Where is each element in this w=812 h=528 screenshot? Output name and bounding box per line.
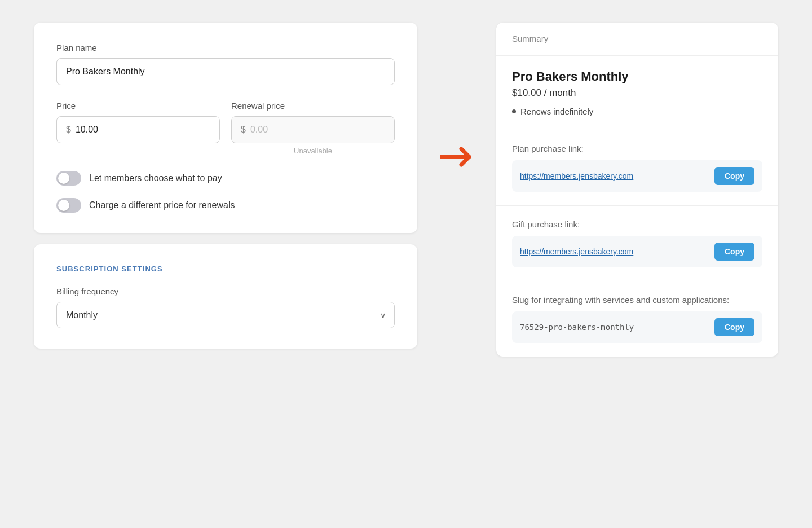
billing-freq-label: Billing frequency xyxy=(56,287,395,296)
toggle2-label: Charge a different price for renewals xyxy=(89,200,235,210)
gift-purchase-link-row: https://members.jensbakery.com Copy xyxy=(512,236,762,267)
renewal-price-input xyxy=(250,117,385,143)
toggle2-slider xyxy=(56,198,81,213)
renewal-price-input-wrapper: $ xyxy=(231,116,395,143)
price-input[interactable] xyxy=(76,117,210,143)
gift-purchase-link-text[interactable]: https://members.jensbakery.com xyxy=(520,247,709,256)
billing-freq-select-wrapper: Monthly Yearly Weekly Daily ∨ xyxy=(56,302,395,328)
toggle1[interactable] xyxy=(56,171,81,186)
plan-card: Plan name Price $ Renewal price $ Unavai… xyxy=(34,23,417,233)
subscription-section-title: SUBSCRIPTION SETTINGS xyxy=(56,265,395,273)
plan-name-label: Plan name xyxy=(56,43,395,52)
slug-link-row: 76529-pro-bakers-monthly Copy xyxy=(512,311,762,343)
left-column: Plan name Price $ Renewal price $ Unavai… xyxy=(34,23,417,349)
price-currency: $ xyxy=(66,125,71,135)
summary-plan-renews: Renews indefinitely xyxy=(512,107,762,116)
toggle1-label: Let members choose what to pay xyxy=(89,173,222,183)
right-column: Summary Pro Bakers Monthly $10.00 / mont… xyxy=(496,23,778,357)
gift-purchase-section: Gift purchase link: https://members.jens… xyxy=(496,206,778,281)
plan-purchase-link-text[interactable]: https://members.jensbakery.com xyxy=(520,171,709,181)
slug-section-label: Slug for integrating with services and c… xyxy=(512,295,762,305)
renewal-price-group: Renewal price $ Unavailable xyxy=(231,101,395,155)
renews-text: Renews indefinitely xyxy=(520,107,593,116)
subscription-card: SUBSCRIPTION SETTINGS Billing frequency … xyxy=(34,244,417,349)
unavailable-text: Unavailable xyxy=(231,147,395,155)
billing-freq-select[interactable]: Monthly Yearly Weekly Daily xyxy=(56,302,395,328)
right-arrow-icon xyxy=(440,147,474,167)
plan-purchase-section: Plan purchase link: https://members.jens… xyxy=(496,130,778,206)
price-group: Price $ xyxy=(56,101,220,155)
toggle2[interactable] xyxy=(56,198,81,213)
bullet-icon xyxy=(512,109,516,113)
toggle2-row: Charge a different price for renewals xyxy=(56,198,395,213)
renewal-currency: $ xyxy=(241,125,246,135)
price-input-wrapper: $ xyxy=(56,116,220,143)
summary-label: Summary xyxy=(512,34,548,43)
slug-section: Slug for integrating with services and c… xyxy=(496,281,778,357)
billing-freq-group: Billing frequency Monthly Yearly Weekly … xyxy=(56,287,395,328)
plan-purchase-link-row: https://members.jensbakery.com Copy xyxy=(512,160,762,192)
summary-card: Summary Pro Bakers Monthly $10.00 / mont… xyxy=(496,23,778,357)
gift-purchase-link-label: Gift purchase link: xyxy=(512,219,762,229)
plan-name-input[interactable] xyxy=(56,58,395,85)
summary-plan-price: $10.00 / month xyxy=(512,87,762,99)
gift-purchase-copy-button[interactable]: Copy xyxy=(714,243,754,261)
price-row: Price $ Renewal price $ Unavailable xyxy=(56,101,395,155)
plan-name-group: Plan name xyxy=(56,43,395,85)
slug-value: 76529-pro-bakers-monthly xyxy=(520,323,709,332)
summary-header: Summary xyxy=(496,23,778,56)
slug-copy-button[interactable]: Copy xyxy=(714,318,754,336)
summary-plan-section: Pro Bakers Monthly $10.00 / month Renews… xyxy=(496,56,778,130)
toggle1-row: Let members choose what to pay xyxy=(56,171,395,186)
plan-purchase-copy-button[interactable]: Copy xyxy=(714,167,754,185)
arrow-container xyxy=(440,23,474,167)
summary-plan-title: Pro Bakers Monthly xyxy=(512,69,762,84)
plan-purchase-link-label: Plan purchase link: xyxy=(512,144,762,153)
renewal-price-label: Renewal price xyxy=(231,101,395,111)
toggle1-slider xyxy=(56,171,81,186)
price-label: Price xyxy=(56,101,220,111)
